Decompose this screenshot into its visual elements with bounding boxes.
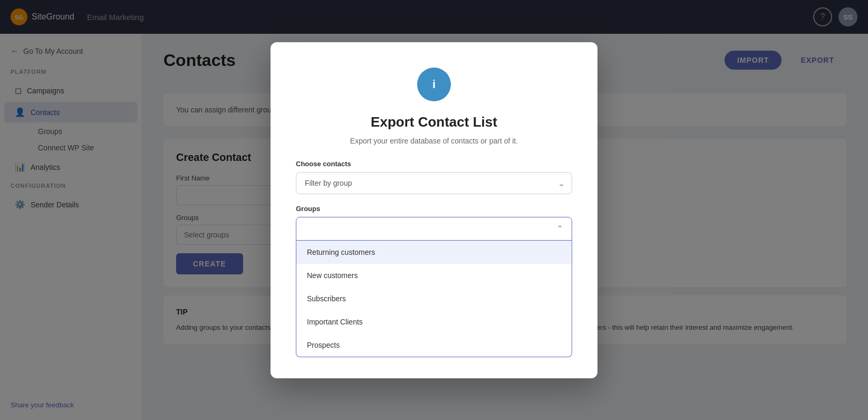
groups-up-arrow-icon: ⌃ <box>556 224 563 234</box>
export-modal: i Export Contact List Export your entire… <box>271 42 597 378</box>
choose-contacts-select[interactable]: Filter by group <box>296 172 572 194</box>
groups-dropdown-list: Returning customers New customers Subscr… <box>296 241 572 357</box>
modal-overlay[interactable]: i Export Contact List Export your entire… <box>0 0 868 420</box>
dropdown-item-important[interactable]: Important Clients <box>296 310 572 333</box>
choose-contacts-select-wrap: Filter by group ⌄ <box>296 172 572 194</box>
choose-contacts-label: Choose contacts <box>296 160 572 168</box>
groups-dropdown-wrap: ⌃ Returning customers New customers Subs… <box>296 217 572 357</box>
dropdown-item-prospects[interactable]: Prospects <box>296 333 572 357</box>
modal-info-icon: i <box>417 68 451 101</box>
groups-modal-label: Groups <box>296 205 572 213</box>
modal-icon-wrap: i <box>296 68 572 101</box>
modal-title: Export Contact List <box>296 114 572 130</box>
dropdown-item-new[interactable]: New customers <box>296 264 572 287</box>
svg-text:i: i <box>432 78 436 91</box>
dropdown-item-subscribers[interactable]: Subscribers <box>296 287 572 310</box>
dropdown-item-returning[interactable]: Returning customers <box>296 241 572 264</box>
modal-subtitle: Export your entire database of contacts … <box>296 137 572 145</box>
groups-dropdown-trigger[interactable]: ⌃ <box>296 217 572 241</box>
